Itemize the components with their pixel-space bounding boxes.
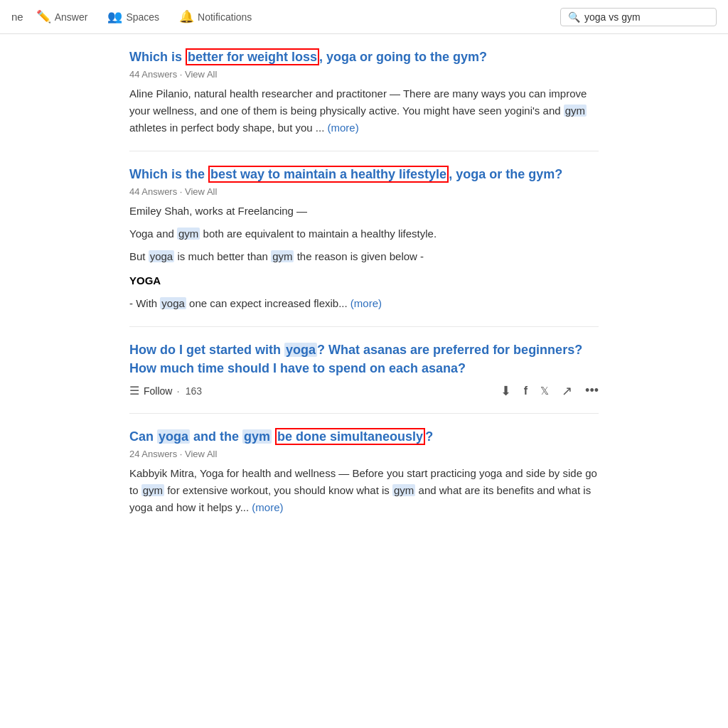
highlight-word: gym [141, 484, 164, 496]
title-highlight-box: better for weight loss [186, 48, 319, 65]
more-link[interactable]: (more) [328, 122, 359, 134]
more-options-icon[interactable]: ••• [585, 383, 599, 398]
result-title[interactable]: Which is the best way to maintain a heal… [129, 166, 599, 183]
twitter-icon[interactable]: 𝕏 [540, 385, 549, 397]
snippet-line: But yoga is much better than gym the rea… [129, 248, 599, 265]
highlight-word: yoga [149, 250, 175, 262]
nav-answer[interactable]: ✏️ Answer [29, 0, 95, 33]
bell-icon: 🔔 [179, 9, 194, 24]
result-title[interactable]: Can yoga and the gym be done simultaneou… [129, 428, 599, 446]
follow-button[interactable]: Follow [144, 385, 172, 397]
result-snippet: Aline Pilanio, natural health researcher… [129, 85, 599, 136]
highlight-word: gym [177, 228, 200, 240]
highlight-word: gym [271, 250, 294, 262]
yoga-heading: YOGA [129, 272, 599, 289]
result-title[interactable]: Which is better for weight loss, yoga or… [129, 48, 599, 66]
title-highlight-box: best way to maintain a healthy lifestyle [208, 166, 449, 183]
nav-spaces-label: Spaces [126, 11, 159, 23]
dot-separator: · [176, 385, 179, 397]
facebook-icon[interactable]: f [524, 385, 528, 397]
highlight-word: gym [564, 105, 587, 117]
result-item: Can yoga and the gym be done simultaneou… [129, 414, 599, 530]
title-text-2: , yoga or the gym? [449, 167, 562, 181]
result-meta: 44 Answers · View All [129, 186, 599, 197]
follow-icon: ☰ [129, 384, 139, 397]
follow-actions: ⬇ f 𝕏 ↗ ••• [500, 383, 599, 399]
search-icon: 🔍 [568, 11, 580, 23]
snippet-line: Emiley Shah, works at Freelancing — [129, 203, 599, 220]
follow-left: ☰ Follow · 163 [129, 384, 500, 397]
highlight-word: yoga [157, 429, 190, 444]
search-box[interactable]: 🔍 [560, 8, 717, 26]
highlight-word: yoga [160, 297, 186, 309]
more-link[interactable]: (more) [252, 501, 283, 513]
result-item: Which is the best way to maintain a heal… [129, 151, 599, 327]
result-item: How do I get started with yoga? What asa… [129, 327, 599, 413]
yoga-snippet: - With yoga one can expect increased fle… [129, 295, 599, 312]
result-item: Which is better for weight loss, yoga or… [129, 34, 599, 151]
result-title[interactable]: How do I get started with yoga? What asa… [129, 341, 599, 377]
follow-row: ☰ Follow · 163 ⬇ f 𝕏 ↗ ••• [129, 383, 599, 399]
title-highlight-box: be done simultaneously [275, 428, 425, 445]
nav-notifications[interactable]: 🔔 Notifications [172, 0, 259, 33]
result-meta: 44 Answers · View All [129, 69, 599, 80]
title-text: Which is the [129, 167, 208, 181]
highlight-word: gym [392, 484, 415, 496]
title-text: Which is [129, 50, 186, 64]
highlight-word: gym [242, 429, 272, 444]
snippet-line: Yoga and gym both are equivalent to main… [129, 225, 599, 242]
highlight-word: yoga [284, 343, 317, 357]
result-snippet: Kabbyik Mitra, Yoga for health and welln… [129, 465, 599, 516]
header: ne ✏️ Answer 👥 Spaces 🔔 Notifications 🔍 [0, 0, 728, 34]
edit-icon: ✏️ [36, 9, 51, 24]
downvote-icon[interactable]: ⬇ [500, 383, 511, 399]
share-icon[interactable]: ↗ [562, 383, 572, 399]
nav-answer-label: Answer [55, 11, 88, 23]
search-input[interactable] [584, 11, 698, 23]
nav-spaces[interactable]: 👥 Spaces [100, 0, 166, 33]
search-results: Which is better for weight loss, yoga or… [115, 34, 613, 530]
title-text-2: , yoga or going to the gym? [319, 50, 487, 64]
nav-notifications-label: Notifications [198, 11, 252, 23]
result-snippet: Emiley Shah, works at Freelancing — Yoga… [129, 203, 599, 312]
follow-count: 163 [186, 385, 202, 397]
nav-home[interactable]: ne [11, 11, 23, 23]
result-meta: 24 Answers · View All [129, 449, 599, 459]
more-link[interactable]: (more) [350, 297, 382, 309]
people-icon: 👥 [107, 9, 122, 24]
